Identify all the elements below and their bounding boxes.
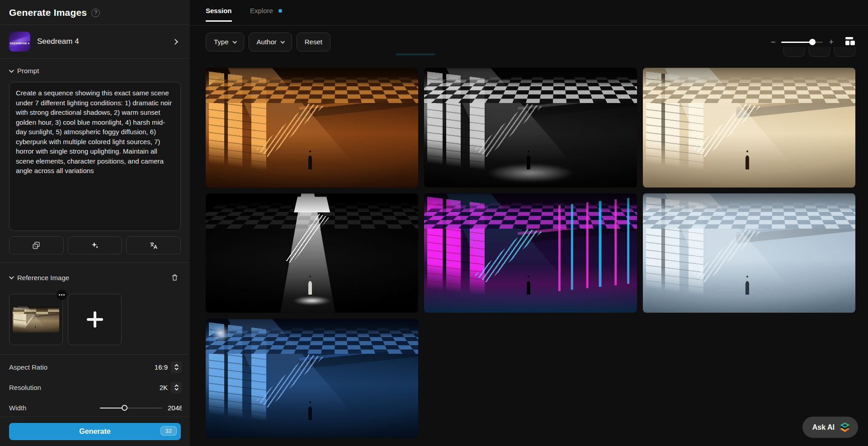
zoom-in-button[interactable]: + bbox=[829, 38, 834, 46]
results-area: Session Explore Type Author Reset − bbox=[190, 0, 868, 446]
reset-filters-label: Reset bbox=[305, 38, 322, 46]
chevron-right-icon bbox=[172, 39, 178, 45]
generate-button-label: Generate bbox=[79, 427, 110, 436]
author-filter-label: Author bbox=[257, 38, 277, 46]
aspect-ratio-value: 16:9 bbox=[155, 363, 168, 371]
tab-explore[interactable]: Explore bbox=[250, 7, 282, 20]
translate-icon bbox=[149, 241, 158, 250]
more-options-icon[interactable] bbox=[57, 290, 67, 300]
model-selector[interactable]: SEEDREAM 4 Seedream 4 bbox=[0, 25, 190, 58]
chevron-down-icon bbox=[280, 39, 285, 44]
dice-icon bbox=[32, 241, 40, 249]
add-reference-image-button[interactable] bbox=[68, 294, 122, 345]
chevron-down-icon bbox=[232, 39, 237, 44]
generated-image-card[interactable] bbox=[643, 193, 855, 313]
clipped-button[interactable] bbox=[809, 47, 830, 57]
type-filter-label: Type bbox=[214, 38, 229, 46]
scene-vignette bbox=[643, 68, 855, 188]
aspect-ratio-stepper[interactable] bbox=[171, 361, 182, 373]
width-slider[interactable] bbox=[100, 405, 162, 411]
generated-image-card[interactable] bbox=[424, 68, 637, 188]
reference-image-row bbox=[0, 289, 190, 354]
tab-bar: Session Explore bbox=[190, 0, 868, 26]
generate-bar: Generate 32 bbox=[0, 417, 190, 446]
aspect-ratio-label: Aspect Ratio bbox=[9, 363, 155, 371]
prompt-section-label: Prompt bbox=[17, 67, 181, 75]
generated-image-card[interactable] bbox=[424, 193, 637, 313]
tab-session[interactable]: Session bbox=[206, 7, 232, 22]
chevron-down-icon bbox=[9, 274, 14, 279]
prompt-toolbar bbox=[9, 236, 181, 254]
resolution-row: Resolution 2K bbox=[9, 380, 182, 394]
scene-vignette bbox=[643, 193, 855, 313]
plus-icon bbox=[87, 311, 103, 328]
layers-logo-icon bbox=[839, 422, 851, 433]
ask-ai-button[interactable]: Ask AI bbox=[802, 417, 858, 438]
scene-vignette bbox=[424, 193, 637, 313]
reset-filters-button[interactable]: Reset bbox=[297, 33, 330, 52]
chevron-up-down-icon bbox=[174, 364, 179, 371]
prompt-input[interactable]: Create a sequence showing this exact sam… bbox=[9, 82, 181, 231]
image-grid bbox=[206, 68, 855, 438]
slider-knob[interactable] bbox=[122, 405, 127, 411]
ask-ai-label: Ask AI bbox=[812, 423, 835, 432]
generation-settings: Aspect Ratio 16:9 Resolution 2K Wi bbox=[0, 355, 190, 417]
reference-section-label: Reference Image bbox=[17, 274, 164, 282]
generated-image-card[interactable] bbox=[206, 68, 418, 188]
width-value: 2048 bbox=[168, 404, 182, 412]
resolution-value: 2K bbox=[160, 384, 168, 391]
delete-reference-button[interactable] bbox=[168, 271, 181, 284]
view-controls: − + bbox=[771, 37, 855, 47]
aspect-ratio-row: Aspect Ratio 16:9 bbox=[9, 360, 182, 374]
model-name: Seedream 4 bbox=[37, 37, 166, 46]
clipped-button[interactable] bbox=[783, 47, 805, 57]
page-title: Generate Images bbox=[9, 7, 87, 18]
help-icon[interactable]: ? bbox=[91, 9, 100, 17]
chevron-up-down-icon bbox=[174, 384, 179, 391]
reference-section-header[interactable]: Reference Image bbox=[0, 263, 190, 289]
slider-knob[interactable] bbox=[809, 39, 816, 45]
filter-buttons: Type Author Reset bbox=[206, 33, 330, 52]
scene-vignette bbox=[206, 193, 418, 313]
model-thumbnail-label: SEEDREAM 4 bbox=[9, 42, 30, 45]
layout-grid-icon bbox=[845, 37, 855, 47]
tab-explore-label: Explore bbox=[250, 7, 273, 14]
sidebar-scroll-area: Prompt Create a sequence showing this ex… bbox=[0, 59, 190, 417]
generated-image-card[interactable] bbox=[643, 68, 855, 188]
width-label: Width bbox=[9, 404, 100, 412]
clipped-button[interactable] bbox=[834, 47, 855, 57]
credit-cost-badge: 32 bbox=[160, 426, 177, 436]
clipped-buttons-row bbox=[783, 47, 855, 57]
width-row: Width 2048 bbox=[9, 401, 182, 415]
prompt-section-header[interactable]: Prompt bbox=[0, 59, 190, 80]
zoom-out-button[interactable]: − bbox=[771, 38, 776, 46]
notification-dot bbox=[278, 9, 282, 13]
grid-layout-toggle[interactable] bbox=[845, 37, 855, 47]
generated-image-card[interactable] bbox=[206, 319, 418, 438]
randomize-prompt-button[interactable] bbox=[9, 236, 64, 254]
type-filter-dropdown[interactable]: Type bbox=[206, 33, 244, 52]
generated-image-card[interactable] bbox=[206, 193, 418, 313]
translate-prompt-button[interactable] bbox=[126, 236, 181, 254]
filter-bar: Type Author Reset − + bbox=[190, 26, 868, 52]
trash-icon bbox=[171, 273, 179, 282]
reference-image-tile[interactable] bbox=[9, 294, 63, 345]
generated-image-card[interactable] bbox=[13, 306, 59, 333]
generate-button[interactable]: Generate 32 bbox=[9, 423, 181, 440]
scene-vignette bbox=[424, 68, 637, 188]
reference-image-thumb bbox=[13, 306, 59, 333]
type-filter-active-underline bbox=[396, 54, 435, 55]
thumbnail-size-slider[interactable] bbox=[781, 38, 823, 46]
generation-sidebar: Generate Images ? SEEDREAM 4 Seedream 4 … bbox=[0, 0, 190, 446]
scene-vignette bbox=[206, 68, 418, 188]
sparkles-icon bbox=[91, 241, 99, 249]
chevron-down-icon bbox=[9, 67, 14, 72]
scene-vignette bbox=[13, 306, 59, 333]
model-thumbnail: SEEDREAM 4 bbox=[9, 32, 30, 52]
enhance-prompt-button[interactable] bbox=[68, 236, 123, 254]
resolution-stepper[interactable] bbox=[171, 382, 182, 394]
author-filter-dropdown[interactable]: Author bbox=[249, 33, 292, 52]
resolution-label: Resolution bbox=[9, 384, 160, 391]
sidebar-header: Generate Images ? bbox=[0, 0, 190, 24]
scene-vignette bbox=[206, 319, 418, 438]
